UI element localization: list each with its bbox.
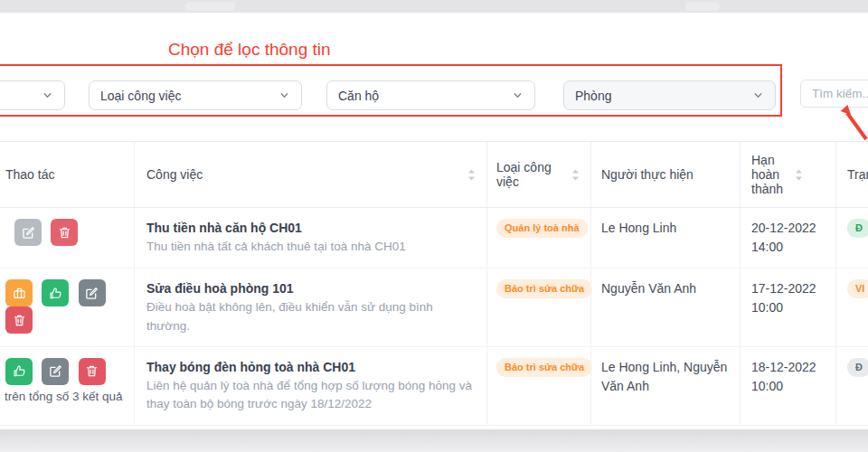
thumbs-up-icon [13, 364, 26, 378]
task-type-badge: Bảo trì sửa chữa [496, 279, 592, 298]
status-cell: Đ [836, 208, 868, 268]
task-title: Sửa điều hoà phòng 101 [146, 279, 476, 297]
tasks-table: Thao tác Công việc Loại công việc Người … [0, 141, 868, 426]
chevron-down-icon [42, 89, 53, 101]
filter-dropdown-apartment[interactable]: Căn hộ [326, 80, 535, 110]
table-row: Thu tiền nhà căn hộ CH01 Thu tiền nhà tấ… [0, 208, 868, 268]
actions-cell [0, 268, 135, 346]
results-count-label: trên tổng số 3 kết quả [5, 390, 123, 403]
annotation-arrow-icon [825, 98, 868, 141]
assign-work-button[interactable] [5, 279, 33, 306]
dropdown-label: Căn hộ [338, 89, 379, 103]
chevron-down-icon [512, 89, 524, 101]
status-badge: VI [847, 279, 868, 298]
column-header-actions: Thao tác [0, 142, 135, 207]
task-type-badge: Bảo trì sửa chữa [496, 358, 592, 377]
deadline-date: 20-12-2022 [751, 219, 825, 238]
approve-button[interactable] [42, 279, 69, 306]
column-header-deadline[interactable]: Hạn hoàn thành [741, 142, 836, 207]
delete-button[interactable] [5, 306, 33, 334]
assignee-cell: Le Hong Linh, Nguyễn Văn Anh [591, 347, 741, 425]
chevron-down-icon [752, 89, 764, 101]
edit-button[interactable] [14, 219, 42, 246]
delete-button[interactable] [79, 358, 106, 385]
edit-button[interactable] [79, 279, 106, 306]
task-type-cell: Quản lý toà nhà [487, 208, 591, 268]
dropdown-label: Phòng [575, 89, 611, 103]
deadline-date: 18-12-2022 [751, 358, 825, 377]
table-row: Thay bóng đèn hỏng toà nhà CH01 Liên hệ … [0, 347, 868, 425]
column-header-task[interactable]: Công việc [135, 142, 487, 207]
thumbs-up-icon [49, 287, 62, 300]
filter-dropdown-building[interactable] [0, 80, 65, 110]
sort-icon[interactable] [467, 169, 476, 181]
deadline-time: 10:00 [751, 298, 825, 317]
sort-icon[interactable] [795, 169, 803, 181]
task-title: Thay bóng đèn hỏng toà nhà CH01 [146, 358, 476, 376]
task-type-cell: Bảo trì sửa chữa [487, 347, 591, 425]
table-header-row: Thao tác Công việc Loại công việc Người … [0, 142, 868, 208]
column-header-status: Trạng thái [836, 142, 868, 207]
edit-button[interactable] [42, 358, 69, 385]
table-row: Sửa điều hoà phòng 101 Điều hoà bật khôn… [0, 268, 868, 347]
task-type-cell: Bảo trì sửa chữa [487, 268, 591, 346]
sort-icon[interactable] [571, 169, 580, 181]
deadline-cell: 18-12-2022 10:00 [741, 347, 836, 425]
task-cell: Sửa điều hoà phòng 101 Điều hoà bật khôn… [135, 268, 487, 346]
chevron-down-icon [278, 89, 290, 101]
approve-button[interactable] [5, 358, 33, 385]
column-header-task-type[interactable]: Loại công việc [487, 142, 591, 207]
assignee-cell: Nguyễn Văn Anh [591, 268, 741, 346]
actions-cell [0, 208, 135, 268]
chrome-blur-patch [185, 2, 235, 11]
app-screen: Chọn để lọc thông tin Loại công việc Căn… [0, 0, 868, 452]
page-footer-bar [0, 429, 868, 452]
status-badge: Đ [847, 358, 868, 377]
chrome-blur-patch [685, 2, 720, 11]
deadline-cell: 17-12-2022 10:00 [741, 268, 836, 346]
briefcase-icon [13, 287, 26, 300]
status-badge: Đ [847, 219, 868, 238]
task-cell: Thu tiền nhà căn hộ CH01 Thu tiền nhà tấ… [135, 208, 487, 268]
deadline-time: 14:00 [751, 238, 825, 257]
task-description: Thu tiền nhà tất cả khách thuê tại toà n… [146, 238, 476, 256]
task-description: Liên hệ quản lý toà nhà để tổng hợp số l… [146, 377, 476, 414]
status-cell: Đ [836, 347, 868, 425]
task-type-badge: Quản lý toà nhà [496, 219, 588, 238]
status-cell: VI [836, 268, 868, 346]
task-cell: Thay bóng đèn hỏng toà nhà CH01 Liên hệ … [135, 347, 487, 425]
delete-button[interactable] [51, 219, 78, 246]
deadline-time: 10:00 [751, 377, 825, 396]
task-title: Thu tiền nhà căn hộ CH01 [146, 219, 476, 237]
deadline-date: 17-12-2022 [751, 279, 825, 298]
task-description: Điều hoà bật không lên, điều khiển vẫn s… [146, 298, 476, 335]
browser-chrome-bar [0, 0, 868, 13]
column-header-assignee: Người thực hiện [591, 142, 741, 207]
filter-hint-label: Chọn để lọc thông tin [168, 40, 331, 60]
filter-dropdown-room[interactable]: Phòng [563, 80, 776, 110]
dropdown-label: Loại công việc [100, 89, 182, 103]
filter-dropdown-task-type[interactable]: Loại công việc [89, 80, 302, 110]
deadline-cell: 20-12-2022 14:00 [741, 208, 836, 268]
actions-cell [0, 347, 135, 425]
assignee-cell: Le Hong Linh [591, 208, 741, 268]
